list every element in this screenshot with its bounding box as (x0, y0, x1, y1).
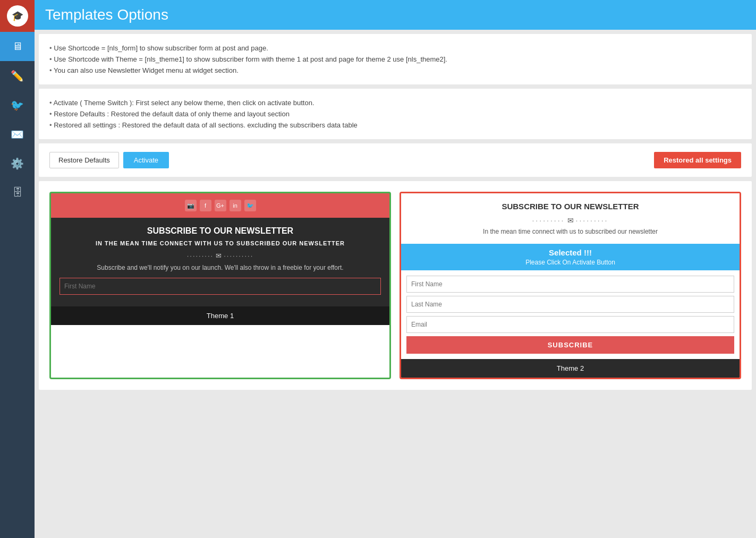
theme1-dots-right: ·········· (224, 252, 253, 260)
list-item: Use Shortcode = [nls_form] to show subsc… (49, 42, 741, 54)
theme2-title: SUBSCRIBE TO OUR NEWSLETTER (410, 202, 731, 211)
facebook-icon: f (200, 200, 211, 211)
sidebar-item-archive[interactable]: 🗄 (0, 178, 35, 207)
list-item: You can also use Newsletter Widget menu … (49, 65, 741, 76)
theme2-selected-banner: Selected !!! Please Click On Activate Bu… (401, 244, 740, 270)
sidebar-item-settings[interactable]: ⚙️ (0, 149, 35, 178)
info-box-shortcodes: Use Shortcode = [nls_form] to show subsc… (39, 34, 752, 84)
theme2-card[interactable]: SUBSCRIBE TO OUR NEWSLETTER ········· ✉ … (400, 192, 741, 379)
theme1-desc: Subscribe and we'll notify you on our la… (60, 264, 381, 271)
theme2-header: SUBSCRIBE TO OUR NEWSLETTER ········· ✉ … (401, 193, 740, 244)
instructions-list: Activate ( Theme Switch ): First select … (49, 97, 741, 131)
googleplus-icon: G+ (215, 200, 226, 211)
theme1-header: 📷 f G+ in 🐦 (51, 193, 389, 218)
shortcode-list: Use Shortcode = [nls_form] to show subsc… (49, 42, 741, 76)
list-item: Restored all settings : Restored the def… (49, 119, 741, 131)
actions-box: Restore Defaults Activate Restored all s… (39, 143, 752, 177)
list-item: Activate ( Theme Switch ): First select … (49, 97, 741, 108)
theme1-social-icons: 📷 f G+ in 🐦 (57, 200, 383, 211)
page-title: Templates Options (45, 6, 168, 23)
theme2-lastname-input[interactable] (406, 296, 734, 313)
theme2-subscribe-button[interactable]: SUBSCRIBE (406, 336, 734, 354)
theme2-email-row: ········· ✉ ········· (410, 216, 731, 225)
main-content: Templates Options Use Shortcode = [nls_f… (35, 0, 756, 538)
info-box-instructions: Activate ( Theme Switch ): First select … (39, 89, 752, 139)
desktop-icon: 🖥 (12, 40, 23, 53)
sidebar-item-desktop[interactable]: 🖥 (0, 32, 35, 61)
theme2-activate-text: Please Click On Activate Button (405, 259, 735, 266)
sidebar-item-brush[interactable]: ✏️ (0, 61, 35, 90)
sidebar-item-mail[interactable]: ✉️ (0, 119, 35, 149)
instagram-icon: 📷 (185, 200, 197, 211)
theme1-content: 📷 f G+ in 🐦 SUBSCRIBE TO OUR NEWSLETTER … (51, 193, 389, 325)
envelope-icon: ✉ (567, 216, 574, 225)
page-header: Templates Options (35, 0, 756, 30)
theme1-divider: ········· ✉ ·········· (60, 252, 381, 260)
gear-icon: ⚙️ (11, 157, 24, 170)
theme2-selected-text: Selected !!! (405, 248, 735, 257)
themes-container: 📷 f G+ in 🐦 SUBSCRIBE TO OUR NEWSLETTER … (49, 192, 741, 379)
logo-icon: 🎓 (7, 5, 28, 27)
theme2-subtitle: In the mean time connect with us to subs… (410, 228, 731, 235)
content-area: Use Shortcode = [nls_form] to show subsc… (35, 30, 756, 538)
theme1-card[interactable]: 📷 f G+ in 🐦 SUBSCRIBE TO OUR NEWSLETTER … (49, 192, 391, 379)
theme1-dots-left: ········· (187, 252, 214, 260)
twitter-icon: 🐦 (11, 99, 24, 112)
dots-right: ········· (576, 216, 609, 225)
theme2-firstname-input[interactable] (406, 276, 734, 293)
theme1-footer: Theme 1 (51, 306, 389, 325)
linkedin-icon: in (230, 200, 241, 211)
sidebar: 🎓 🖥 ✏️ 🐦 ✉️ ⚙️ 🗄 (0, 0, 35, 538)
theme1-subtitle: IN THE MEAN TIME CONNECT WITH US TO SUBS… (60, 240, 381, 246)
dots-left: ········· (532, 216, 565, 225)
theme1-title: SUBSCRIBE TO OUR NEWSLETTER (60, 226, 381, 236)
list-item: Use Shortcode with Theme = [nls_theme1] … (49, 54, 741, 65)
theme2-footer: Theme 2 (401, 359, 740, 378)
actions-right: Restored all settings (654, 152, 741, 168)
sidebar-item-twitter[interactable]: 🐦 (0, 90, 35, 119)
restore-defaults-button[interactable]: Restore Defaults (49, 152, 119, 168)
theme1-body: SUBSCRIBE TO OUR NEWSLETTER IN THE MEAN … (51, 218, 389, 306)
theme2-body: SUBSCRIBE (401, 270, 740, 359)
twitter-icon: 🐦 (244, 200, 256, 211)
theme1-firstname-input[interactable] (60, 278, 381, 295)
list-item: Restore Defaults : Restored the default … (49, 108, 741, 119)
theme2-content: SUBSCRIBE TO OUR NEWSLETTER ········· ✉ … (401, 193, 740, 378)
envelope-icon: ✉ (216, 252, 222, 260)
archive-icon: 🗄 (12, 186, 23, 199)
themes-box: 📷 f G+ in 🐦 SUBSCRIBE TO OUR NEWSLETTER … (39, 181, 752, 390)
theme2-email-input[interactable] (406, 316, 734, 333)
actions-left: Restore Defaults Activate (49, 152, 169, 168)
brush-icon: ✏️ (11, 70, 24, 82)
activate-button[interactable]: Activate (123, 152, 169, 168)
sidebar-logo: 🎓 (0, 0, 35, 32)
mail-icon: ✉️ (11, 128, 24, 141)
restore-all-button[interactable]: Restored all settings (654, 152, 741, 168)
